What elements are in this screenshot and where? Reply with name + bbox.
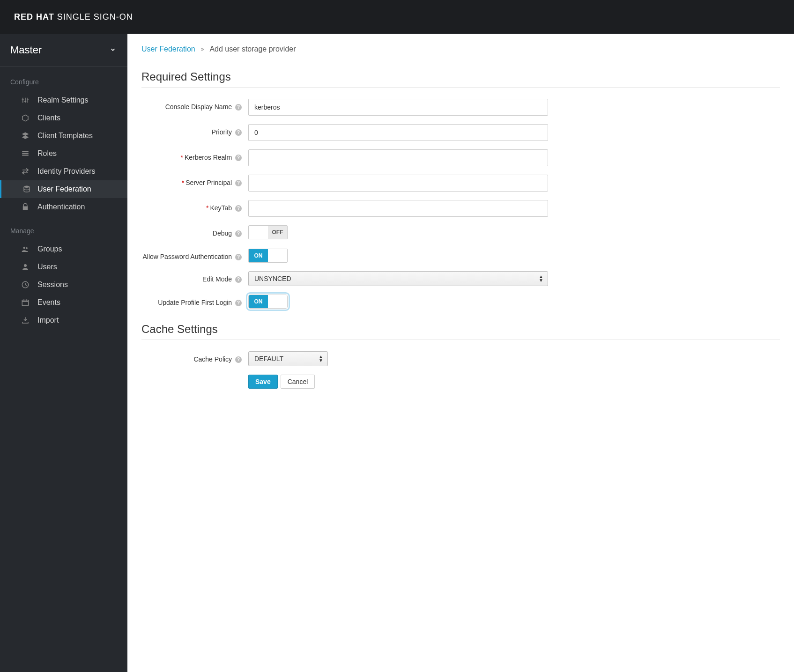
label-text: Kerberos Realm [185, 154, 232, 161]
sidebar-item-label: Identity Providers [37, 167, 96, 176]
toggle-on-label [249, 226, 268, 239]
label-text: Server Principal [186, 179, 232, 186]
sidebar-item-roles[interactable]: Roles [0, 145, 127, 162]
chevron-down-icon [110, 46, 116, 54]
help-icon[interactable]: ? [235, 155, 242, 161]
toggle-on-label: ON [249, 295, 268, 308]
form-row-debug: Debug ? OFF [141, 225, 780, 240]
nav-list-configure: Realm Settings Clients Client Templates … [0, 91, 127, 216]
form-label: Console Display Name ? [141, 99, 248, 112]
logo-light: SINGLE SIGN-ON [54, 12, 133, 22]
stack-icon [21, 131, 30, 140]
form-row-kerberos-realm: *Kerberos Realm ? [141, 149, 780, 166]
sidebar-item-clients[interactable]: Clients [0, 109, 127, 127]
users-icon [21, 244, 30, 254]
lock-icon [21, 202, 30, 212]
realm-selector[interactable]: Master [0, 34, 127, 67]
label-text: Allow Password Authentication [142, 253, 232, 260]
exchange-icon [21, 167, 30, 176]
section-title-cache: Cache Settings [141, 323, 780, 340]
label-text: Edit Mode [202, 275, 232, 283]
toggle-off-label [268, 249, 287, 262]
sidebar-item-groups[interactable]: Groups [0, 240, 127, 258]
label-text: Console Display Name [165, 103, 232, 111]
svg-rect-5 [22, 300, 29, 306]
help-icon[interactable]: ? [235, 104, 242, 111]
form-label: Update Profile First Login ? [141, 295, 248, 308]
import-icon [21, 316, 30, 325]
sidebar-item-sessions[interactable]: Sessions [0, 276, 127, 294]
form-row-server-principal: *Server Principal ? [141, 175, 780, 192]
sidebar-item-label: Client Templates [37, 132, 93, 140]
required-marker: * [181, 154, 183, 161]
sidebar-item-user-federation[interactable]: User Federation [0, 180, 127, 198]
label-text: KeyTab [210, 204, 232, 212]
priority-input[interactable] [248, 124, 548, 141]
server-principal-input[interactable] [248, 175, 548, 192]
help-icon[interactable]: ? [235, 205, 242, 212]
sidebar-item-label: Users [37, 263, 57, 271]
main-content: User Federation » Add user storage provi… [127, 34, 794, 672]
form-row-update-profile-first-login: Update Profile First Login ? ON [141, 295, 780, 309]
kerberos-realm-input[interactable] [248, 149, 548, 166]
help-icon[interactable]: ? [235, 356, 242, 363]
toggle-off-label: OFF [268, 226, 287, 239]
breadcrumb: User Federation » Add user storage provi… [141, 45, 780, 53]
clock-icon [21, 280, 30, 289]
help-icon[interactable]: ? [235, 129, 242, 136]
required-marker: * [182, 179, 184, 186]
sidebar-item-identity-providers[interactable]: Identity Providers [0, 162, 127, 180]
sidebar: Master Configure Realm Settings Clients … [0, 34, 127, 672]
form-row-edit-mode: Edit Mode ? UNSYNCED ▲▼ [141, 271, 780, 286]
help-icon[interactable]: ? [235, 300, 242, 306]
debug-toggle[interactable]: OFF [248, 225, 288, 239]
sidebar-item-client-templates[interactable]: Client Templates [0, 127, 127, 145]
realm-name: Master [10, 44, 42, 56]
sidebar-item-label: User Federation [37, 185, 91, 193]
cube-icon [21, 113, 30, 123]
sidebar-item-label: Clients [37, 114, 60, 122]
form-label: *Kerberos Realm ? [141, 149, 248, 162]
sidebar-item-authentication[interactable]: Authentication [0, 198, 127, 216]
user-icon [21, 262, 30, 272]
sidebar-item-import[interactable]: Import [0, 311, 127, 329]
cache-policy-select[interactable]: DEFAULT [248, 351, 328, 366]
form-label: Debug ? [141, 225, 248, 238]
breadcrumb-link-user-federation[interactable]: User Federation [141, 45, 195, 53]
form-label: *KeyTab ? [141, 200, 248, 213]
help-icon[interactable]: ? [235, 230, 242, 237]
sidebar-item-realm-settings[interactable]: Realm Settings [0, 91, 127, 109]
form-row-allow-password-auth: Allow Password Authentication ? ON [141, 249, 780, 263]
form-label: Edit Mode ? [141, 271, 248, 284]
calendar-icon [21, 298, 30, 307]
app-logo: RED HAT SINGLE SIGN-ON [14, 12, 133, 22]
button-row: Save Cancel [248, 375, 780, 389]
help-icon[interactable]: ? [235, 180, 242, 186]
svg-point-1 [23, 247, 26, 249]
form-label: Cache Policy ? [141, 351, 248, 364]
save-button[interactable]: Save [248, 375, 278, 389]
update-profile-first-login-toggle[interactable]: ON [248, 295, 288, 309]
form-label: *Server Principal ? [141, 175, 248, 188]
form-label: Allow Password Authentication ? [141, 249, 248, 262]
sidebar-item-events[interactable]: Events [0, 294, 127, 311]
console-display-name-input[interactable] [248, 99, 548, 116]
required-marker: * [206, 204, 208, 212]
sidebar-item-users[interactable]: Users [0, 258, 127, 276]
keytab-input[interactable] [248, 200, 548, 217]
form-label: Priority ? [141, 124, 248, 137]
edit-mode-select[interactable]: UNSYNCED [248, 271, 548, 286]
sidebar-item-label: Authentication [37, 203, 85, 211]
label-text: Cache Policy [193, 355, 232, 363]
allow-password-auth-toggle[interactable]: ON [248, 249, 288, 263]
help-icon[interactable]: ? [235, 254, 242, 260]
sidebar-item-label: Roles [37, 149, 57, 158]
help-icon[interactable]: ? [235, 276, 242, 283]
form-row-keytab: *KeyTab ? [141, 200, 780, 217]
sidebar-item-label: Groups [37, 245, 62, 253]
toggle-on-label: ON [249, 249, 268, 262]
breadcrumb-current: Add user storage provider [209, 45, 296, 53]
nav-section-configure: Configure [0, 67, 127, 91]
cancel-button[interactable]: Cancel [281, 375, 315, 389]
list-icon [21, 149, 30, 158]
